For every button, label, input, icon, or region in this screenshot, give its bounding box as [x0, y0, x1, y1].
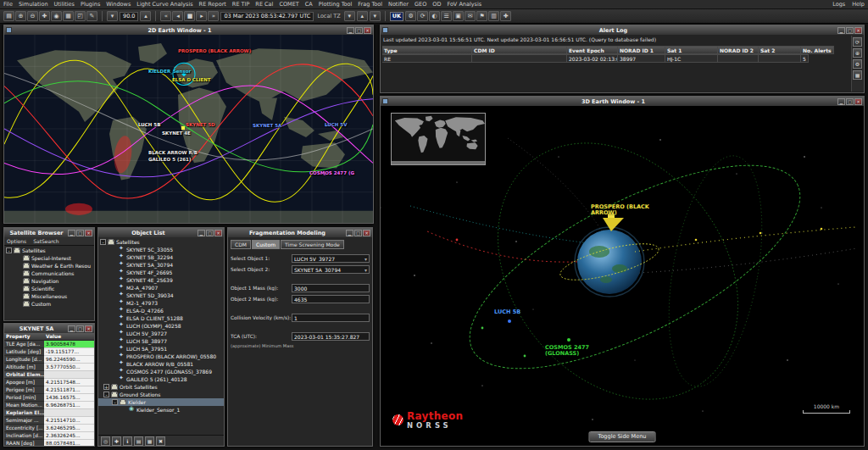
- tree-expander-icon[interactable]: [110, 247, 116, 253]
- minimize-icon[interactable]: ▁: [68, 230, 75, 236]
- fragmentation-tab[interactable]: CDM: [231, 240, 251, 249]
- property-row[interactable]: Latitude [deg] -19.115177...: [4, 348, 94, 356]
- grid-view-icon[interactable]: ▦: [145, 436, 154, 446]
- close-icon[interactable]: ✕: [363, 230, 370, 236]
- tree-expander-icon[interactable]: -: [100, 239, 106, 245]
- tree-item[interactable]: ELSA-D_47266: [98, 307, 224, 314]
- 2d-window-titlebar[interactable]: 2D Earth Window - 1 ▁□✕: [4, 25, 373, 35]
- tree-item[interactable]: SKYNET 5B_32294: [98, 253, 224, 261]
- tree-expander-icon[interactable]: [110, 346, 116, 352]
- tree-item[interactable]: SKYNET 4E_25639: [98, 276, 224, 284]
- play-reverse-icon[interactable]: ◂: [172, 11, 183, 21]
- alert-table-row[interactable]: RE2023-03-02 02:13:0038997HJ-1C5: [382, 54, 850, 63]
- settings-icon[interactable]: ⚙: [405, 11, 416, 21]
- maximize-icon[interactable]: □: [846, 98, 854, 105]
- alert-header-cell[interactable]: Sat 2: [759, 46, 801, 54]
- close-icon[interactable]: ✕: [854, 98, 862, 105]
- tree-expander-icon[interactable]: [110, 353, 116, 359]
- tree-item[interactable]: COSMOS 2477 (GLONASS)_37869: [98, 368, 224, 375]
- tree-expander-icon[interactable]: [110, 331, 116, 336]
- property-row[interactable]: Orbital Elem...: [4, 371, 94, 379]
- menu-item[interactable]: Light Curve Analysis: [136, 1, 192, 8]
- tree-expander-icon[interactable]: -: [112, 399, 118, 405]
- tree-item[interactable]: Weather & Earth Resou: [4, 262, 94, 269]
- tree-expander-icon[interactable]: [110, 376, 116, 382]
- tree-expander-icon[interactable]: [15, 278, 21, 284]
- property-row[interactable]: RAAN [deg] 88.0578481...: [4, 440, 94, 446]
- tree-expander-icon[interactable]: [110, 361, 116, 367]
- field-input[interactable]: 3000 ▾: [292, 284, 370, 292]
- add-alert-icon[interactable]: ⊕: [853, 48, 862, 58]
- tree-item[interactable]: - Kielder: [98, 398, 224, 406]
- tree-item[interactable]: Special-Interest: [4, 254, 94, 262]
- tree-item[interactable]: PROSPERO (BLACK ARROW)_05580: [98, 353, 224, 360]
- property-row[interactable]: Semimajor ... 4.21514710...: [4, 417, 94, 425]
- list-icon[interactable]: ☰: [441, 11, 452, 21]
- tree-expander-icon[interactable]: +: [103, 384, 109, 390]
- tree-item[interactable]: Miscellaneous: [4, 292, 94, 300]
- time-step-up-icon[interactable]: ▴: [357, 11, 368, 21]
- menu-item[interactable]: RE Cal: [255, 1, 273, 8]
- tree-expander-icon[interactable]: [110, 269, 116, 275]
- add-icon[interactable]: ✚: [500, 11, 511, 21]
- flag-icon[interactable]: ⚑: [476, 11, 487, 21]
- tree-expander-icon[interactable]: [110, 277, 116, 283]
- tree-item[interactable]: M2-A_47907: [98, 284, 224, 292]
- tree-expander-icon[interactable]: [15, 293, 21, 299]
- 3d-viewport[interactable]: PROSPERO (BLACK ARROW)LUCH 5BCOSMOS 2477…: [381, 106, 864, 446]
- minimize-icon[interactable]: ▁: [198, 230, 205, 236]
- field-input[interactable]: LUCH 5V_39727 ▾: [292, 254, 370, 263]
- property-column-header[interactable]: Property: [4, 333, 44, 341]
- menu-item[interactable]: Utilities: [54, 1, 75, 8]
- alert-settings-icon[interactable]: ⚙: [853, 59, 862, 69]
- property-row[interactable]: Perigee [m] 4.21511871...: [4, 386, 94, 394]
- stop-icon[interactable]: ■: [184, 11, 195, 21]
- tree-expander-icon[interactable]: [110, 254, 116, 260]
- tree-item[interactable]: ELSA D CLIENT_51288: [98, 314, 224, 322]
- object-list-titlebar[interactable]: Object List ▁□✕: [98, 228, 224, 237]
- property-row[interactable]: Longitude [d... 96.2246590...: [4, 356, 94, 364]
- tree-expander-icon[interactable]: [15, 255, 21, 261]
- tree-expander-icon[interactable]: [110, 285, 116, 291]
- menu-item[interactable]: Windows: [106, 1, 131, 8]
- tree-item[interactable]: M2-1_47973: [98, 299, 224, 307]
- tree-expander-icon[interactable]: [15, 270, 21, 276]
- alert-log-titlebar[interactable]: Alert Log ▁□✕: [381, 25, 864, 35]
- jump-start-icon[interactable]: «: [160, 11, 171, 21]
- close-icon[interactable]: ✕: [214, 230, 222, 236]
- tree-item[interactable]: LUCH (OLYMP)_40258: [98, 322, 224, 330]
- skynet-titlebar[interactable]: SKYNET 5A ▁□✕: [4, 324, 94, 333]
- toggle-side-menu-button[interactable]: Toggle Side Menu: [589, 431, 656, 442]
- maximize-icon[interactable]: □: [355, 27, 363, 34]
- tree-item[interactable]: BLACK ARROW R/B_05581: [98, 360, 224, 368]
- tree-item[interactable]: SKYNET 5C_33055: [98, 246, 224, 253]
- tree-item[interactable]: + Orbit Satellites: [98, 383, 224, 391]
- maximize-icon[interactable]: □: [206, 230, 214, 236]
- menu-item[interactable]: OD: [432, 1, 441, 8]
- tree-item[interactable]: GALILEO 5 (261)_40128: [98, 375, 224, 383]
- alert-header-cell[interactable]: No. Alerts: [801, 46, 834, 54]
- message-icon[interactable]: ✉: [465, 11, 476, 21]
- property-row[interactable]: Mean Motion... 6.96268751...: [4, 402, 94, 409]
- property-row[interactable]: TLE Age [da... 3.90058478: [4, 341, 94, 348]
- field-input[interactable]: SKYNET 5A_30794 ▾: [292, 265, 370, 274]
- tree-expander-icon[interactable]: -: [103, 392, 109, 397]
- menu-item[interactable]: FoV Analysis: [447, 1, 481, 8]
- tree-item[interactable]: Navigation: [4, 277, 94, 285]
- menu-item[interactable]: Help: [852, 1, 865, 8]
- property-row[interactable]: Apogee [m] 4.21517548...: [4, 379, 94, 386]
- play-icon[interactable]: ▸: [196, 11, 207, 21]
- window-icon[interactable]: ▣: [453, 11, 464, 21]
- field-input[interactable]: 4635 ▾: [292, 295, 370, 303]
- minimize-icon[interactable]: ▁: [837, 98, 845, 105]
- minimize-icon[interactable]: ▁: [68, 325, 75, 332]
- tree-expander-icon[interactable]: [110, 323, 116, 329]
- tree-item[interactable]: SKYNET 4F_26695: [98, 269, 224, 276]
- zoom-out-icon[interactable]: ⊖: [27, 11, 38, 21]
- refresh-icon[interactable]: ⟳: [417, 11, 428, 21]
- angle-decrease-icon[interactable]: ▾: [107, 11, 118, 21]
- property-row[interactable]: Keplarian El...: [4, 409, 94, 417]
- tree-expander-icon[interactable]: [110, 338, 116, 344]
- menu-item[interactable]: COMET: [279, 1, 298, 8]
- property-row[interactable]: Period [min] 1436.16575...: [4, 394, 94, 402]
